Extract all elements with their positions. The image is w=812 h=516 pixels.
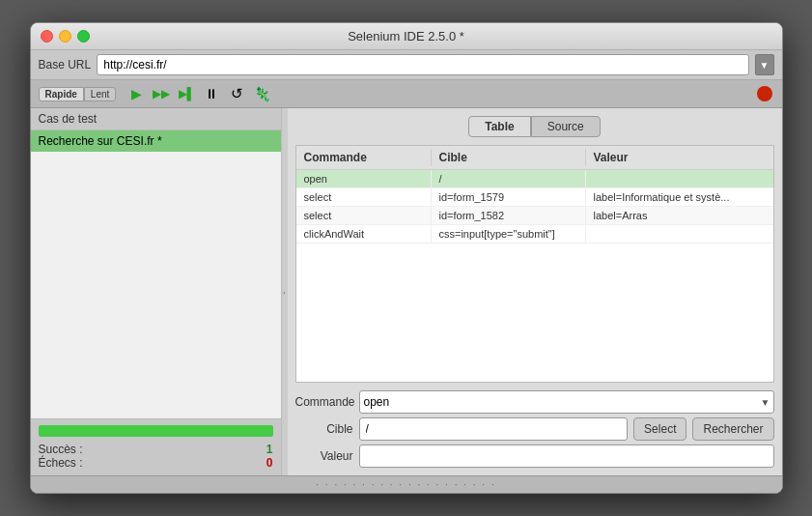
col-commande: Commande	[296, 149, 432, 166]
succes-value: 1	[266, 443, 273, 456]
url-dropdown-button[interactable]: ▼	[755, 54, 774, 75]
valeur-input[interactable]	[359, 444, 774, 468]
left-bottom: Succès : 1 Échecs : 0	[31, 418, 281, 475]
right-panel: Table Source Commande Cible Valeur open …	[288, 108, 782, 475]
cell-command: select	[296, 207, 432, 224]
valeur-label: Valeur	[295, 449, 353, 463]
progress-bar-container	[39, 425, 273, 437]
main-content: Cas de test Recherche sur CESI.fr * Succ…	[31, 108, 782, 475]
commands-table: Commande Cible Valeur open / select id=f…	[295, 145, 774, 383]
table-row[interactable]: open /	[296, 170, 773, 188]
window-title: Selenium IDE 2.5.0 *	[348, 29, 464, 43]
left-panel: Cas de test Recherche sur CESI.fr * Succ…	[31, 108, 282, 475]
base-url-label: Base URL	[39, 58, 92, 72]
cell-value: label=Informatique et systè...	[586, 188, 773, 206]
tabs-row: Table Source	[295, 116, 774, 137]
table-row[interactable]: select id=form_1582 label=Arras	[296, 207, 773, 225]
form-section: Commande open select clickAndWait ▼ Cibl…	[295, 390, 774, 468]
base-url-input[interactable]	[97, 54, 748, 75]
table-body: open / select id=form_1579 label=Informa…	[296, 170, 773, 244]
form-row-valeur: Valeur	[295, 444, 774, 468]
cell-value	[586, 225, 773, 243]
stats-row-echecs: Échecs : 0	[39, 456, 273, 470]
speed-tab-rapide[interactable]: Rapide	[39, 87, 84, 101]
app-window: Selenium IDE 2.5.0 * Base URL ▼ Rapide L…	[30, 22, 783, 494]
succes-label: Succès :	[39, 443, 83, 456]
pause-button[interactable]: ⏸	[201, 83, 222, 104]
maximize-button[interactable]	[77, 30, 90, 43]
cell-command: clickAndWait	[296, 225, 432, 243]
play-button[interactable]: ▶	[126, 83, 147, 104]
toolbar: Rapide Lent ▶ ▶▶ ▶▌ ⏸ ↺ 🦎	[31, 80, 782, 108]
rechercher-button[interactable]: Rechercher	[692, 417, 773, 441]
table-header: Commande Cible Valeur	[296, 146, 773, 170]
cible-input[interactable]	[359, 417, 629, 441]
form-row-cible: Cible Select Rechercher	[295, 417, 774, 441]
tab-source[interactable]: Source	[531, 116, 601, 137]
echecs-label: Échecs :	[39, 456, 83, 470]
cell-value: label=Arras	[586, 207, 773, 224]
speed-tab-lent[interactable]: Lent	[84, 87, 116, 101]
traffic-lights	[41, 30, 90, 43]
reload-button[interactable]: ↺	[226, 83, 247, 104]
cible-label: Cible	[295, 422, 353, 436]
select-button[interactable]: Select	[633, 417, 686, 441]
cell-command: select	[296, 188, 432, 206]
gecko-button[interactable]: 🦎	[251, 83, 272, 104]
close-button[interactable]	[41, 30, 53, 43]
col-valeur: Valeur	[586, 149, 773, 166]
test-item[interactable]: Recherche sur CESI.fr *	[31, 130, 281, 152]
speed-tabs: Rapide Lent	[39, 87, 117, 101]
record-indicator	[757, 86, 772, 101]
urlbar: Base URL ▼	[31, 50, 782, 80]
cell-command: open	[296, 170, 432, 187]
commande-select-wrapper: open select clickAndWait ▼	[359, 390, 774, 414]
play-all-button[interactable]: ▶▶	[151, 83, 172, 104]
echecs-value: 0	[266, 456, 273, 470]
cell-target: id=form_1579	[432, 188, 586, 206]
tab-table[interactable]: Table	[468, 116, 530, 137]
minimize-button[interactable]	[59, 30, 71, 43]
col-cible: Cible	[432, 149, 586, 166]
cell-target: id=form_1582	[432, 207, 586, 224]
titlebar: Selenium IDE 2.5.0 *	[31, 23, 782, 50]
table-row[interactable]: clickAndWait css=input[type="submit"]	[296, 225, 773, 244]
bottom-dots-icon: · · · · · · · · · · · · · · · · · · · ·	[316, 479, 495, 490]
cell-target: /	[432, 170, 586, 187]
form-row-commande: Commande open select clickAndWait ▼	[295, 390, 774, 414]
bottom-bar: · · · · · · · · · · · · · · · · · · · ·	[31, 475, 782, 493]
test-list: Recherche sur CESI.fr *	[31, 130, 281, 418]
commande-select[interactable]: open select clickAndWait	[359, 390, 774, 414]
play-pause-button[interactable]: ▶▌	[176, 83, 197, 104]
progress-bar-fill	[39, 425, 273, 437]
stats-row: Succès : 1	[39, 443, 273, 456]
table-row[interactable]: select id=form_1579 label=Informatique e…	[296, 188, 773, 207]
cell-target: css=input[type="submit"]	[432, 225, 586, 243]
commande-label: Commande	[295, 395, 353, 409]
cas-de-test-header: Cas de test	[31, 108, 281, 130]
cell-value	[586, 170, 773, 187]
